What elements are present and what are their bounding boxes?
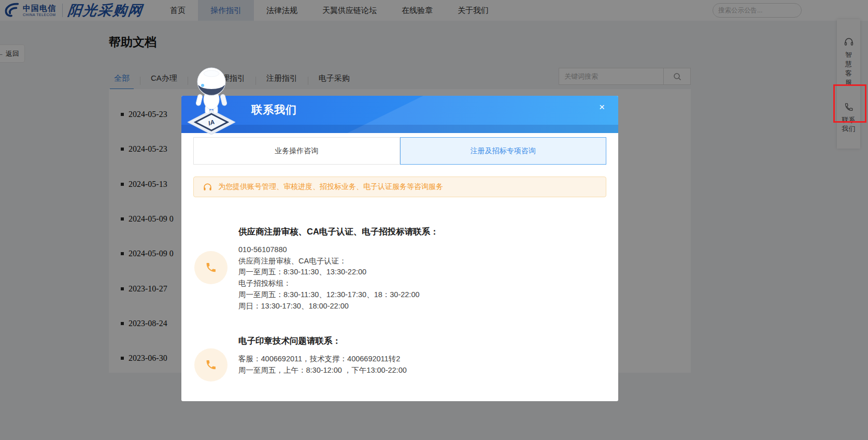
section-heading: 电子印章技术问题请联系： (238, 335, 606, 347)
contact-section-eseal: 电子印章技术问题请联系： 客服：4006692011，技术支撑：40066920… (193, 335, 606, 376)
section-lines: 010-56107880 供应商注册审核、CA电子认证： 周一至周五：8:30-… (238, 244, 606, 312)
phone-icon (204, 261, 218, 274)
tab-register-bid-consult[interactable]: 注册及招标专项咨询 (400, 137, 607, 165)
consult-tabs: 业务操作咨询 注册及招标专项咨询 (193, 137, 606, 165)
contact-line: 供应商注册审核、CA电子认证： (238, 256, 606, 267)
section-heading: 供应商注册审核、CA电子认证、电子招投标请联系： (238, 226, 606, 238)
robot-mascot: IA (186, 64, 237, 137)
tab-business-consult[interactable]: 业务操作咨询 (193, 137, 400, 165)
notice-text: 为您提供账号管理、审核进度、招投标业务、电子认证服务等咨询服务 (218, 182, 443, 192)
contact-line: 电子招投标组： (238, 278, 606, 289)
contact-line: 周一至周五，上午：8:30-12:00 ，下午13:00-22:00 (238, 365, 606, 376)
contact-us-modal: 联系我们 × 业务操作咨询 注册及招标专项咨询 为您提供账号管理、审核进度、招投… (181, 96, 618, 401)
contact-line: 周一至周五：8:30-11:30、12:30-17:30、18：30-22:00 (238, 289, 606, 301)
contact-line: 010-56107880 (238, 244, 606, 256)
phone-icon (204, 358, 218, 372)
contact-line: 周日：13:30-17:30、18:00-22:00 (238, 301, 606, 312)
annotation-highlight-box (833, 84, 866, 123)
contact-section-supplier: 供应商注册审核、CA电子认证、电子招投标请联系： 010-56107880 供应… (193, 226, 606, 312)
service-notice-banner: 为您提供账号管理、审核进度、招投标业务、电子认证服务等咨询服务 (193, 177, 606, 197)
phone-circle (194, 348, 227, 382)
contact-line: 客服：4006692011，技术支撑：4006692011转2 (238, 354, 606, 365)
contact-line: 周一至周五：8:30-11:30、13:30-22:00 (238, 267, 606, 278)
close-icon[interactable]: × (596, 99, 608, 115)
modal-title: 联系我们 (251, 102, 297, 117)
modal-body: 业务操作咨询 注册及招标专项咨询 为您提供账号管理、审核进度、招投标业务、电子认… (181, 133, 618, 376)
phone-circle (194, 251, 227, 284)
headset-icon (203, 182, 212, 192)
section-lines: 客服：4006692011，技术支撑：4006692011转2 周一至周五，上午… (238, 354, 606, 376)
modal-header: 联系我们 × (181, 96, 618, 133)
